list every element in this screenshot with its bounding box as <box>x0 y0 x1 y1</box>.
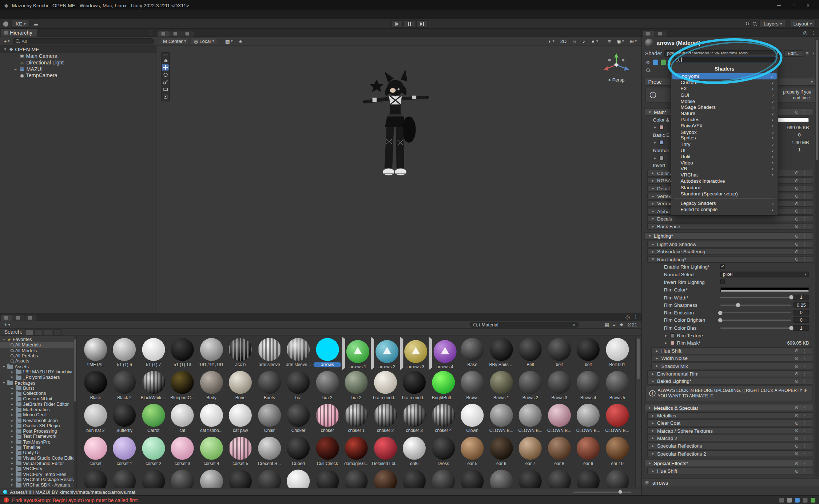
expand-chevron-icon[interactable]: ▸ <box>651 371 655 376</box>
animatable-icon[interactable]: ⊙ <box>795 461 799 466</box>
value-field[interactable]: 0 <box>794 317 809 323</box>
material-item[interactable]: corset <box>81 436 110 468</box>
orientation-gizmo[interactable]: < Persp <box>600 53 633 82</box>
material-item[interactable]: 51 (1) 13 <box>168 337 197 370</box>
animatable-icon[interactable]: ⊙ <box>795 436 799 441</box>
inspector-row[interactable]: ! ▸ Environmental Rim ▾ ⊙⋮ <box>647 370 814 377</box>
account-avatar[interactable] <box>3 21 8 26</box>
shader-menu-item[interactable]: Sprites › <box>671 135 778 141</box>
expand-chevron-icon[interactable]: ▸ <box>653 140 657 145</box>
animatable-icon[interactable]: ⊙ <box>795 224 799 229</box>
snap-toggle-button[interactable]: ⊞ <box>236 37 245 44</box>
shader-menu-item[interactable] <box>674 198 775 198</box>
texture-thumbnail[interactable] <box>659 140 664 145</box>
inspector-row[interactable]: ! ▸ Hue Shift ▾ ⊙⋮ <box>647 468 814 475</box>
animatable-icon[interactable]: ⊙ <box>795 178 799 183</box>
edit-shader-button[interactable]: Edit... <box>784 50 803 57</box>
material-item[interactable] <box>487 469 516 488</box>
shader-menu-item[interactable]: .poiyomi › <box>672 73 777 79</box>
row-menu-icon[interactable]: ⋮ <box>802 170 807 175</box>
material-item[interactable]: Brows 1 <box>487 370 516 402</box>
material-item[interactable]: CLOWN B... <box>603 403 632 436</box>
row-menu-icon[interactable]: ⋮ <box>802 216 807 221</box>
expand-chevron-icon[interactable]: ▸ <box>651 379 655 384</box>
inspector-row[interactable]: ! ▸ Rim Texture ▾ ⊙⋮ <box>642 332 815 339</box>
material-item[interactable]: BlackWhite... <box>139 370 168 402</box>
material-item[interactable]: ear 8 <box>545 436 574 468</box>
inspector-row[interactable]: ! Rim Emission 0▾ 0 0 ⊙⋮ <box>642 309 815 316</box>
package-folder-item[interactable]: ▸ VRChat Package Resolve <box>0 477 76 482</box>
inspector-row[interactable]: ! Normal Select pixel▾ pixel pixel ⊙⋮ <box>642 271 815 278</box>
row-menu-icon[interactable]: ⋮ <box>802 241 807 246</box>
hierarchy-item[interactable]: ☼ Directional Light <box>0 59 157 66</box>
shading-mode-dropdown[interactable]: ◐▾ <box>546 37 557 44</box>
inspector-row[interactable]: ! ▸ Width Noise ▾ ⊙⋮ <box>651 355 813 362</box>
material-item[interactable]: Brows 2 <box>516 370 545 402</box>
expand-chevron-icon[interactable]: ▸ <box>651 451 655 456</box>
material-item[interactable] <box>197 469 226 488</box>
row-menu-icon[interactable]: ⋮ <box>802 461 807 466</box>
animatable-icon[interactable]: ⊙ <box>795 451 799 456</box>
rotate-tool[interactable] <box>162 72 169 78</box>
material-item[interactable] <box>429 469 458 488</box>
material-item[interactable]: ear 7 <box>516 436 545 468</box>
package-folder-item[interactable]: ▸ Timeline <box>0 445 76 450</box>
material-item[interactable]: Crecent S... <box>255 436 284 468</box>
material-item[interactable]: Brows 5 <box>603 370 632 402</box>
inspector-row[interactable]: ! ▾ Rim Lighting* ▾ ⊙⋮ <box>647 256 814 263</box>
shader-menu-item[interactable]: Video › <box>671 159 778 166</box>
row-menu-icon[interactable]: ⋮ <box>802 224 807 229</box>
material-item[interactable]: belt <box>545 337 574 370</box>
animatable-icon[interactable]: ⊙ <box>795 170 799 175</box>
status-icon[interactable] <box>803 497 808 502</box>
packages-root[interactable]: ▾ Packages <box>0 380 76 385</box>
inspector-row[interactable]: ! ▸ Metallics ▾ ⊙⋮ <box>647 412 814 419</box>
expand-chevron-icon[interactable]: ▸ <box>651 249 655 254</box>
play-button[interactable] <box>391 20 403 28</box>
material-item[interactable]: cat <box>168 403 197 436</box>
panel-menu-icon[interactable]: ⋮ <box>633 314 638 320</box>
row-menu-icon[interactable]: ⋮ <box>802 348 807 353</box>
shader-menu-item[interactable]: Nature › <box>671 110 778 116</box>
row-menu-icon[interactable]: ⋮ <box>802 371 807 376</box>
material-item[interactable]: Dress <box>429 436 458 468</box>
shader-menu-item[interactable]: UI › <box>671 147 778 153</box>
material-item[interactable]: corset 5 <box>226 436 255 468</box>
value-field[interactable]: 1 <box>794 294 809 300</box>
inspector-row[interactable]: ! ▸ Back Face ▾ ⊙⋮ <box>647 223 814 230</box>
toggle-2d-button[interactable]: 2D <box>558 37 569 44</box>
create-object-button[interactable]: +▾ <box>3 38 11 44</box>
material-item[interactable]: CLOWN B... <box>574 403 603 436</box>
project-tab[interactable] <box>25 315 37 321</box>
material-item[interactable] <box>458 469 487 488</box>
material-item[interactable]: BrightButt... <box>429 370 458 402</box>
material-item[interactable]: arrows 1 <box>342 337 371 370</box>
expand-chevron-icon[interactable]: ▸ <box>651 224 655 229</box>
expand-chevron-icon[interactable]: ▸ <box>651 209 655 214</box>
expand-chevron-icon[interactable]: ▾ <box>648 234 652 238</box>
shader-search-input[interactable] <box>673 56 776 63</box>
hierarchy-item[interactable]: ▸ ▦ MAZUI <box>0 66 157 72</box>
slider[interactable] <box>720 294 791 301</box>
search-icon[interactable] <box>753 22 756 25</box>
move-tool[interactable] <box>162 64 169 71</box>
material-item[interactable]: corset 1 <box>110 436 139 468</box>
tree-scrollbar[interactable] <box>73 336 76 488</box>
inspector-tab[interactable] <box>643 31 655 37</box>
scene-viewport[interactable]: < Persp <box>157 46 641 313</box>
row-menu-icon[interactable]: ⋮ <box>802 178 807 183</box>
inspector-row[interactable]: ! ▸ Subsurface Scattering ▾ ⊙⋮ <box>647 248 814 255</box>
animatable-icon[interactable]: ⊙ <box>795 363 799 368</box>
inspector-row[interactable]: ! ▸ Matcap 2 ▾ ⊙⋮ <box>647 435 814 442</box>
expand-chevron-icon[interactable]: ▸ <box>13 67 17 71</box>
material-item[interactable]: ear 10 <box>603 436 632 468</box>
animatable-icon[interactable]: ⊙ <box>795 186 799 191</box>
expand-chevron-icon[interactable]: ▸ <box>651 413 655 418</box>
material-item[interactable]: arrows <box>313 337 342 370</box>
inspector-row[interactable]: ! ▸ Specular Reflections ▾ ⊙⋮ <box>647 443 814 449</box>
shader-menu-item[interactable]: VRChat › <box>671 172 778 178</box>
shader-menu-item[interactable]: VR › <box>671 166 778 172</box>
package-folder-item[interactable]: ▸ JetBrains Rider Editor <box>0 401 76 407</box>
inspector-row[interactable]: ! ▸ Specular Reflections 2 ▾ ⊙⋮ <box>647 450 814 457</box>
inspector-row[interactable]: ! Rim Color Bias 1▾ 1 1 ⊙⋮ <box>642 325 815 332</box>
